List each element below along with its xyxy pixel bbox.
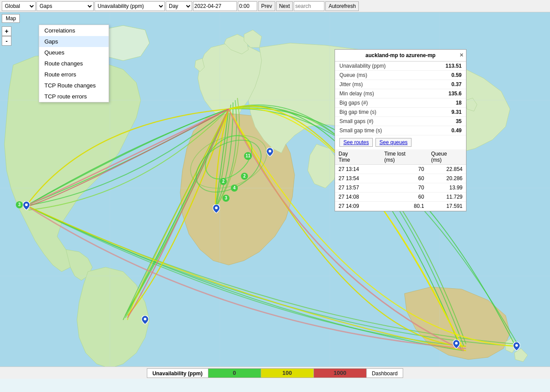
col-header-queue: Queue(ms) bbox=[428, 149, 466, 165]
cluster-label-3: 3 bbox=[222, 195, 229, 202]
view-select[interactable]: Gaps bbox=[36, 1, 94, 11]
dropdown-item-tcp-route-changes[interactable]: TCP Route changes bbox=[39, 80, 109, 91]
zoom-controls: + - bbox=[2, 26, 11, 46]
table-row: 27 13:54 60 20.286 bbox=[335, 174, 466, 183]
svg-point-11 bbox=[25, 203, 28, 206]
prev-button[interactable]: Prev bbox=[258, 1, 275, 11]
table-row: 27 14:09 80.1 17.591 bbox=[335, 202, 466, 211]
info-panel: auckland-mp to azurene-mp × Unavailabili… bbox=[335, 49, 466, 211]
map-pin-europe[interactable] bbox=[213, 204, 220, 214]
info-row-small-gaps: Small gaps (#) 35 bbox=[335, 117, 466, 126]
legend-yellow: 100 bbox=[261, 368, 314, 378]
cluster-label-3-na: 3 bbox=[16, 201, 23, 208]
info-panel-title: auckland-mp to azurene-mp × bbox=[335, 50, 466, 62]
time-input[interactable] bbox=[238, 1, 257, 11]
cell-queue-1: 22.854 bbox=[428, 165, 466, 174]
see-queues-button[interactable]: See queues bbox=[375, 138, 412, 147]
map-pin-australia[interactable] bbox=[453, 340, 460, 350]
col-header-time: DayTime bbox=[335, 149, 381, 165]
map-tab-button[interactable]: Map bbox=[2, 14, 20, 23]
info-row-big-gaps: Big gaps (#) 18 bbox=[335, 98, 466, 108]
info-row-big-gap-time: Big gap time (s) 9.31 bbox=[335, 108, 466, 117]
svg-point-15 bbox=[455, 342, 458, 345]
map-pin-scandinavia[interactable] bbox=[266, 148, 273, 158]
dropdown-item-correlations[interactable]: Correlations bbox=[39, 25, 109, 36]
map-area[interactable]: Map + - 11 2 2 4 3 3 Correlations Gaps Q… bbox=[0, 12, 550, 379]
cell-queue-5: 17.591 bbox=[428, 202, 466, 211]
info-row-jitter: Jitter (ms) 0.37 bbox=[335, 80, 466, 89]
map-pin-north-america-west[interactable] bbox=[23, 201, 30, 211]
dropdown-item-route-changes[interactable]: Route changes bbox=[39, 58, 109, 69]
svg-point-14 bbox=[144, 318, 146, 320]
dropdown-item-route-errors[interactable]: Route errors bbox=[39, 69, 109, 80]
dropdown-menu: Correlations Gaps Queues Route changes R… bbox=[39, 25, 109, 102]
table-row: 27 13:14 70 22.854 bbox=[335, 165, 466, 174]
map-pin-nz[interactable] bbox=[513, 342, 520, 352]
dropdown-item-queues[interactable]: Queues bbox=[39, 47, 109, 58]
col-header-time-lost: Time lost(ms) bbox=[381, 149, 428, 165]
cell-time-lost-1: 70 bbox=[381, 165, 428, 174]
search-input[interactable] bbox=[294, 1, 324, 11]
cell-time-lost-3: 70 bbox=[381, 183, 428, 192]
zoom-in-button[interactable]: + bbox=[2, 26, 11, 36]
cell-time-2: 27 13:54 bbox=[335, 174, 381, 183]
info-row-small-gap-time: Small gap time (s) 0.49 bbox=[335, 126, 466, 135]
legend: Unavailability (ppm) 0 100 1000 Dashboar… bbox=[0, 367, 550, 379]
info-row-min-delay: Min delay (ms) 135.6 bbox=[335, 89, 466, 98]
svg-point-16 bbox=[515, 344, 518, 347]
cluster-label-11: 11 bbox=[244, 152, 252, 160]
cluster-label-4: 4 bbox=[231, 185, 238, 192]
svg-point-13 bbox=[269, 150, 271, 152]
info-table-scroll[interactable]: DayTime Time lost(ms) Queue(ms) 27 13:14… bbox=[335, 149, 466, 211]
date-input[interactable] bbox=[193, 1, 237, 11]
zoom-out-button[interactable]: - bbox=[2, 36, 11, 46]
cell-time-3: 27 13:57 bbox=[335, 183, 381, 192]
table-row: 27 14:08 60 11.729 bbox=[335, 192, 466, 202]
info-row-unavailability: Unavailability (ppm) 113.51 bbox=[335, 62, 466, 71]
cell-queue-3: 13.99 bbox=[428, 183, 466, 192]
cluster-label-2b: 2 bbox=[241, 173, 248, 180]
map-pin-south-america[interactable] bbox=[142, 316, 149, 326]
cell-time-lost-4: 60 bbox=[381, 192, 428, 202]
info-btn-row: See routes See queues bbox=[335, 135, 466, 149]
autorefresh-button[interactable]: Autorefresh bbox=[325, 1, 359, 11]
cell-time-lost-2: 60 bbox=[381, 174, 428, 183]
next-button[interactable]: Next bbox=[276, 1, 293, 11]
info-row-queue: Queue (ms) 0.59 bbox=[335, 71, 466, 80]
legend-green: 0 bbox=[208, 368, 261, 378]
cell-time-lost-5: 80.1 bbox=[381, 202, 428, 211]
cell-time-4: 27 14:08 bbox=[335, 192, 381, 202]
info-panel-close[interactable]: × bbox=[460, 51, 463, 58]
period-select[interactable]: Day Hour Week bbox=[166, 1, 192, 11]
toolbar: Global Americas Europe Asia Gaps Unavail… bbox=[0, 0, 550, 12]
table-row: 27 13:57 70 13.99 bbox=[335, 183, 466, 192]
dropdown-item-gaps[interactable]: Gaps bbox=[39, 36, 109, 47]
region-select[interactable]: Global Americas Europe Asia bbox=[2, 1, 36, 11]
cell-queue-4: 11.729 bbox=[428, 192, 466, 202]
metric-select[interactable]: Unavailability (ppm) Queue (ms) bbox=[95, 1, 165, 11]
cell-queue-2: 20.286 bbox=[428, 174, 466, 183]
cluster-label-2a: 2 bbox=[220, 178, 227, 185]
legend-red: 1000 bbox=[314, 368, 367, 378]
svg-point-12 bbox=[215, 207, 218, 209]
info-table: DayTime Time lost(ms) Queue(ms) 27 13:14… bbox=[335, 149, 466, 211]
see-routes-button[interactable]: See routes bbox=[339, 138, 373, 147]
dropdown-item-tcp-route-errors[interactable]: TCP route errors bbox=[39, 91, 109, 102]
legend-label: Unavailability (ppm) bbox=[147, 368, 208, 378]
cell-time-1: 27 13:14 bbox=[335, 165, 381, 174]
dashboard-button[interactable]: Dashboard bbox=[367, 368, 404, 378]
cell-time-5: 27 14:09 bbox=[335, 202, 381, 211]
